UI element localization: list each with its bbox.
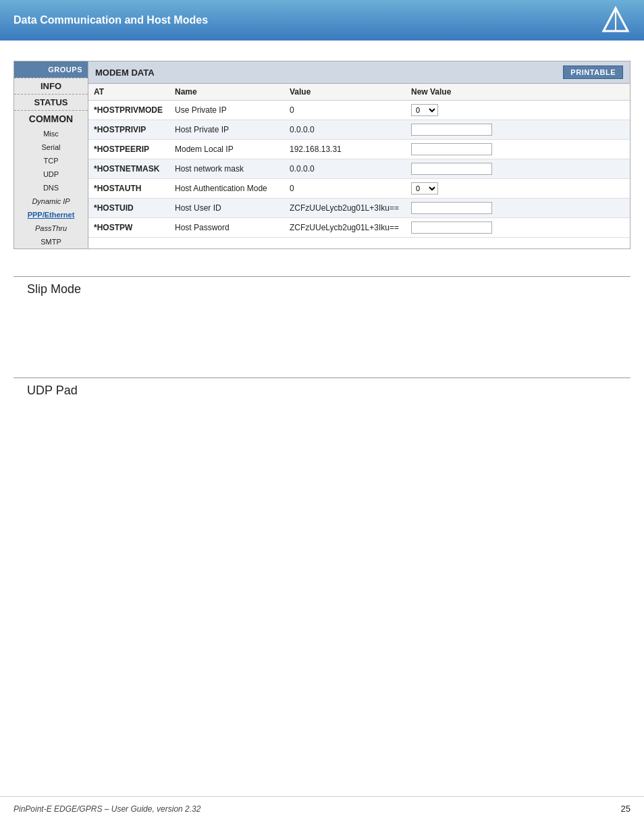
new-value-input[interactable] [411,221,492,234]
cell-new-value [406,140,630,159]
data-table: AT Name Value New Value *HOSTPRIVMODEUse… [88,84,630,238]
cell-name: Modem Local IP [169,140,284,159]
data-table-container: GROUPS INFO STATUS COMMON Misc Serial TC… [14,61,630,249]
sidebar-item-udp[interactable]: UDP [14,167,88,181]
cell-at: *HOSTPW [88,218,169,238]
sidebar-item-passthru[interactable]: PassThru [14,221,88,235]
sidebar-item-dns[interactable]: DNS [14,181,88,194]
udp-pad-section: UDP Pad [14,377,630,398]
cell-value: 0 [284,179,406,199]
table-row: *HOSTAUTHHost Authentication Mode00 [88,179,630,199]
sidebar-groups-header: GROUPS [14,61,88,78]
table-row: *HOSTPEERIPModem Local IP192.168.13.31 [88,140,630,159]
cell-new-value [406,159,630,179]
udp-pad-heading: UDP Pad [14,384,78,397]
data-section-title: MODEM DATA [95,68,155,78]
col-header-value: Value [284,84,406,101]
printable-button[interactable]: PRINTABLE [563,66,623,79]
cell-new-value [406,218,630,238]
new-value-select[interactable]: 0 [411,104,438,116]
cell-value: 192.168.13.31 [284,140,406,159]
cell-new-value [406,120,630,140]
table-row: *HOSTUIDHost User IDZCFzUUeLycb2ug01L+3I… [88,199,630,218]
cell-name: Host User ID [169,199,284,218]
company-logo-icon [601,5,630,35]
cell-at: *HOSTPRIVMODE [88,101,169,120]
col-header-new-value: New Value [406,84,630,101]
cell-value: 0.0.0.0 [284,159,406,179]
sidebar-item-smtp[interactable]: SMTP [14,235,88,249]
cell-new-value [406,199,630,218]
cell-value: ZCFzUUeLycb2ug01L+3Iku== [284,218,406,238]
cell-value: 0.0.0.0 [284,120,406,140]
slip-mode-heading: Slip Mode [14,282,81,296]
table-row: *HOSTPWHost PasswordZCFzUUeLycb2ug01L+3I… [88,218,630,238]
table-header-row: AT Name Value New Value [88,84,630,101]
new-value-input[interactable] [411,124,492,136]
new-value-input[interactable] [411,143,492,155]
page-footer: PinPoint-E EDGE/GPRS – User Guide, versi… [0,796,644,820]
cell-at: *HOSTPEERIP [88,140,169,159]
cell-name: Host Private IP [169,120,284,140]
sidebar-item-common[interactable]: COMMON [14,111,88,127]
header-bar: Data Communication and Host Modes [0,0,644,41]
page-title: Data Communication and Host Modes [14,14,208,26]
cell-at: *HOSTAUTH [88,179,169,199]
col-header-name: Name [169,84,284,101]
cell-name: Host Password [169,218,284,238]
sidebar-item-serial[interactable]: Serial [14,140,88,154]
table-row: *HOSTPRIVMODEUse Private IP00 [88,101,630,120]
cell-name: Host network mask [169,159,284,179]
cell-at: *HOSTUID [88,199,169,218]
col-header-at: AT [88,84,169,101]
sidebar-item-tcp[interactable]: TCP [14,154,88,167]
sidebar-item-dynamic-ip[interactable]: Dynamic IP [14,194,88,208]
footer-page: 25 [621,804,630,814]
new-value-input[interactable] [411,163,492,175]
cell-at: *HOSTPRIVIP [88,120,169,140]
cell-value: ZCFzUUeLycb2ug01L+3Iku== [284,199,406,218]
sidebar-item-info[interactable]: INFO [14,78,88,94]
new-value-select[interactable]: 0 [411,182,438,194]
main-content: GROUPS INFO STATUS COMMON Misc Serial TC… [0,41,644,445]
cell-new-value: 0 [406,179,630,199]
sidebar-item-misc[interactable]: Misc [14,127,88,140]
table-row: *HOSTPRIVIPHost Private IP0.0.0.0 [88,120,630,140]
sidebar-item-status[interactable]: STATUS [14,95,88,110]
sidebar: GROUPS INFO STATUS COMMON Misc Serial TC… [14,61,88,249]
footer-text: PinPoint-E EDGE/GPRS – User Guide, versi… [14,804,200,814]
cell-at: *HOSTNETMASK [88,159,169,179]
cell-new-value: 0 [406,101,630,120]
new-value-input[interactable] [411,202,492,214]
table-row: *HOSTNETMASKHost network mask0.0.0.0 [88,159,630,179]
cell-name: Host Authentication Mode [169,179,284,199]
slip-mode-section: Slip Mode [14,276,630,296]
data-header-row: MODEM DATA PRINTABLE [88,61,630,84]
sidebar-item-ppp-ethernet[interactable]: PPP/Ethernet [14,208,88,221]
cell-name: Use Private IP [169,101,284,120]
data-area: MODEM DATA PRINTABLE AT Name Value New V… [88,61,630,249]
cell-value: 0 [284,101,406,120]
